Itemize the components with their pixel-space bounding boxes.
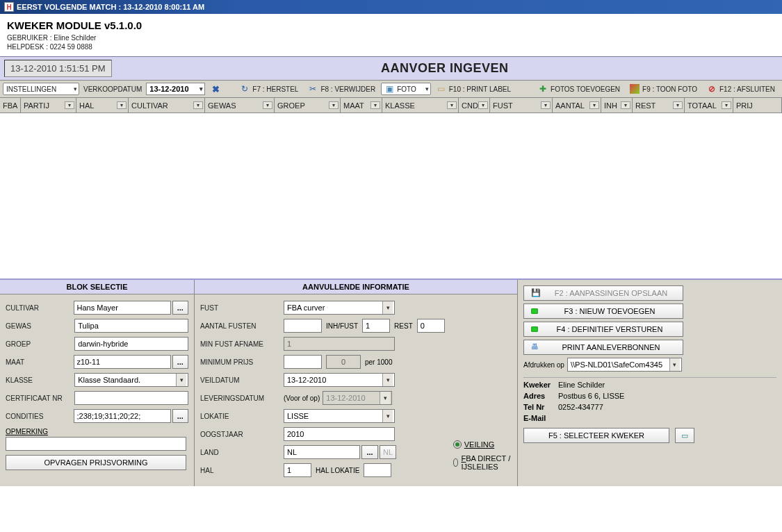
leveringsdatum-select[interactable]: 13-12-2010 <box>323 391 392 405</box>
kweker-card-button[interactable]: ▭ <box>675 428 694 443</box>
page-title: AANVOER INGEVEN <box>112 61 778 76</box>
condities-lookup-button[interactable]: ... <box>172 409 188 423</box>
add-photo-icon: ✚ <box>538 84 548 94</box>
user-label: GEBRUIKER : Eline Schilder <box>7 34 775 42</box>
grid-col-maat[interactable]: MAAT <box>341 98 382 113</box>
minimum-prijs-input2 <box>326 355 361 369</box>
app-title: KWEKER MODULE v5.1.0.0 <box>7 19 775 31</box>
minimum-prijs-input[interactable] <box>284 355 322 369</box>
land-label: LAND <box>200 449 284 456</box>
f8-verwijder-button[interactable]: ✂F8 : VERWIJDER <box>304 82 380 96</box>
hal-lokatie-input[interactable] <box>364 463 391 477</box>
panels: BLOK SELECTIE CULTIVAR ... GEWAS GROEP M… <box>0 280 782 486</box>
rest-label: REST <box>394 322 413 330</box>
f7-herstel-button[interactable]: ↻F7 : HERSTEL <box>236 82 302 96</box>
land-lookup-button[interactable]: ... <box>361 445 378 459</box>
veildatum-select[interactable]: 13-12-2010 <box>284 373 395 387</box>
lokatie-select[interactable]: LISSE <box>284 409 395 423</box>
hal-input[interactable] <box>284 463 311 477</box>
aantal-fusten-input[interactable] <box>284 319 322 333</box>
opvragen-prijsvorming-button[interactable]: OPVRAGEN PRIJSVORMING <box>6 455 186 470</box>
grid-col-klasse[interactable]: KLASSE <box>382 98 459 113</box>
grid-col-aantal[interactable]: AANTAL <box>553 98 601 113</box>
grid-col-hal[interactable]: HAL <box>76 98 129 113</box>
maat-label: MAAT <box>6 358 74 366</box>
min-fust-afname-input <box>284 337 395 351</box>
maat-lookup-button[interactable]: ... <box>172 355 188 369</box>
fotos-toevoegen-button[interactable]: ✚FOTOS TOEVOEGEN <box>534 82 624 96</box>
grid-col-partij[interactable]: PARTIJ△ <box>21 98 76 113</box>
groep-input[interactable] <box>74 337 188 351</box>
min-fust-afname-label: MIN FUST AFNAME <box>200 340 284 348</box>
radio-veiling[interactable]: VEILING <box>453 440 512 449</box>
hal-lokatie-label: HAL LOKATIE <box>316 467 359 474</box>
radio-veiling-icon <box>453 440 462 449</box>
x-icon: ✖ <box>211 84 220 94</box>
aantal-fusten-label: AANTAL FUSTEN <box>200 322 284 330</box>
led-green-icon <box>531 326 538 332</box>
f10-printlabel-button[interactable]: ▭F10 : PRINT LABEL <box>432 82 515 96</box>
adres-value: Postbus 6 6, LISSE <box>558 392 624 400</box>
toolbar: INSTELLINGEN VERKOOPDATUM 13-12-2010 ✖ ↻… <box>0 81 782 98</box>
grid-header: FBA PARTIJ△ HAL CULTIVAR GEWAS GROEP MAA… <box>0 98 782 113</box>
clock: 13-12-2010 1:51:51 PM <box>4 60 112 77</box>
oogstjaar-input[interactable] <box>284 427 395 441</box>
fust-select[interactable]: FBA curver <box>284 301 395 315</box>
foto-dropdown[interactable]: ▣FOTO <box>381 83 431 95</box>
cultivar-input[interactable] <box>74 301 171 315</box>
f4-versturen-button[interactable]: F4 : DEFINITIEF VERSTUREN <box>523 322 683 337</box>
grid-col-rest[interactable]: REST <box>633 98 685 113</box>
certificaat-input[interactable] <box>74 391 188 405</box>
f5-selecteer-kweker-button[interactable]: F5 : SELECTEER KWEKER <box>523 428 669 443</box>
f2-opslaan-button[interactable]: 💾 F2 : AANPASSINGEN OPSLAAN <box>523 285 683 301</box>
grid-col-prij[interactable]: PRIJ <box>733 98 782 113</box>
afdrukken-label: Afdrukken op <box>523 361 564 369</box>
refresh-icon: ↻ <box>240 84 250 94</box>
klasse-select[interactable]: Klasse Standaard. <box>74 373 188 387</box>
grid-col-fba[interactable]: FBA <box>0 98 21 113</box>
radio-fba-icon <box>453 458 459 467</box>
opmerking-label: OPMERKING <box>6 428 188 435</box>
helpdesk-label: HELPDESK : 0224 59 0888 <box>7 43 775 51</box>
cultivar-label: CULTIVAR <box>6 304 74 312</box>
grid-col-gewas[interactable]: GEWAS <box>205 98 275 113</box>
panel-blok-selectie: BLOK SELECTIE CULTIVAR ... GEWAS GROEP M… <box>0 280 195 486</box>
inh-fust-input[interactable] <box>362 319 390 333</box>
titlebar: H EERST VOLGENDE MATCH : 13-12-2010 8:00… <box>0 0 782 14</box>
photo-icon: ▣ <box>384 84 394 94</box>
land-input[interactable] <box>284 445 360 459</box>
gewas-input[interactable] <box>74 319 188 333</box>
cultivar-lookup-button[interactable]: ... <box>172 301 188 315</box>
lokatie-label: LOKATIE <box>200 413 284 420</box>
verkoopdatum-select[interactable]: 13-12-2010 <box>146 83 205 95</box>
print-aanleverbonnen-button[interactable]: 🖶 PRINT AANLEVERBONNEN <box>523 340 683 355</box>
printer-select[interactable]: \\PS-NLD01\SafeCom4345 <box>567 358 682 372</box>
groep-label: GROEP <box>6 340 74 348</box>
email-label: E-Mail <box>523 414 558 422</box>
gewas-label: GEWAS <box>6 322 74 330</box>
label-icon: ▭ <box>437 84 446 94</box>
f12-afsluiten-button[interactable]: ⊘F12 : AFSLUITEN <box>703 82 779 96</box>
grid-col-cultivar[interactable]: CULTIVAR <box>129 98 205 113</box>
rest-input[interactable] <box>417 319 445 333</box>
fust-label: FUST <box>200 304 284 312</box>
f9-toonfoto-button[interactable]: F9 : TOON FOTO <box>626 82 701 96</box>
tel-value: 0252-434777 <box>558 403 603 411</box>
grid-col-fust[interactable]: FUST <box>490 98 553 113</box>
panel-aanvullende: AANVULLENDE INFORMATIE FUST FBA curver A… <box>195 280 518 486</box>
grid-col-groep[interactable]: GROEP <box>275 98 341 113</box>
grid-col-cnd[interactable]: CND <box>459 98 490 113</box>
maat-input[interactable] <box>74 355 171 369</box>
land-code-button[interactable]: NL <box>380 445 396 459</box>
instellingen-dropdown[interactable]: INSTELLINGEN <box>3 83 79 95</box>
grid-col-inh[interactable]: INH <box>601 98 633 113</box>
led-green-icon <box>531 308 538 314</box>
radio-fba-direct[interactable]: FBA DIRECT / IJSLELIES <box>453 454 512 471</box>
f3-nieuw-button[interactable]: F3 : NIEUW TOEVOEGEN <box>523 304 683 319</box>
minimum-prijs-label: MINIMUM PRIJS <box>200 358 284 366</box>
condities-input[interactable] <box>74 409 171 423</box>
grid-col-totaal[interactable]: TOTAAL <box>685 98 733 113</box>
delete-date-button[interactable]: ✖ <box>206 82 225 96</box>
app-icon: H <box>4 2 14 12</box>
opmerking-input[interactable] <box>6 437 186 451</box>
